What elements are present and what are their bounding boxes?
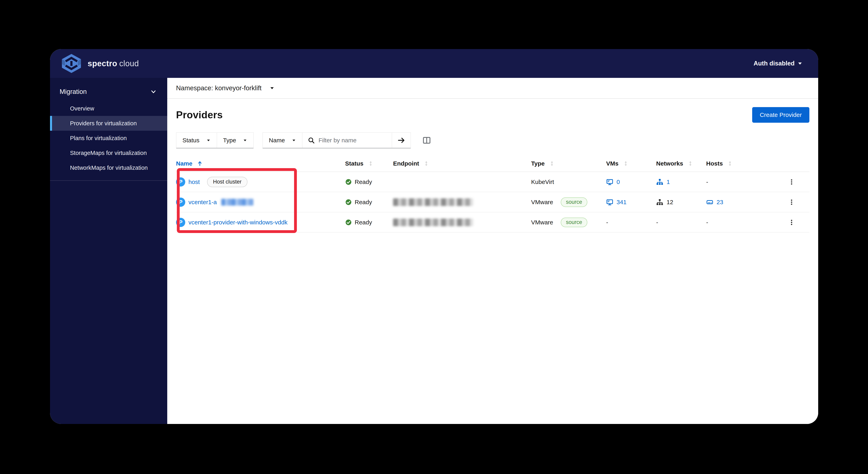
- brand-name-light: cloud: [119, 59, 139, 68]
- network-icon: [656, 199, 663, 206]
- brand-name-bold: spectro: [88, 59, 117, 68]
- vms-count-link[interactable]: 341: [617, 199, 626, 206]
- vms-cell: 0: [606, 178, 656, 185]
- vm-icon: [606, 178, 613, 185]
- create-provider-button[interactable]: Create Provider: [752, 107, 809, 123]
- column-label: Status: [345, 160, 364, 167]
- namespace-dropdown-caret-icon[interactable]: [271, 87, 274, 89]
- column-label: Endpoint: [393, 160, 419, 167]
- networks-cell: 12: [656, 199, 706, 206]
- caret-down-icon: [798, 62, 802, 64]
- type-filter-dropdown[interactable]: Type: [217, 133, 253, 148]
- status-text: Ready: [355, 179, 372, 185]
- sidebar-item-label: NetworkMaps for virtualization: [70, 165, 148, 171]
- sort-icon[interactable]: [623, 161, 628, 166]
- sort-icon[interactable]: [549, 161, 555, 166]
- search-icon: [308, 137, 315, 144]
- column-label: Name: [176, 160, 192, 167]
- sidebar-item-overview[interactable]: Overview: [50, 101, 167, 116]
- status-cell: Ready: [345, 219, 393, 226]
- column-header-status[interactable]: Status: [345, 160, 393, 167]
- name-filter-dropdown[interactable]: Name: [263, 133, 302, 148]
- column-label: Networks: [656, 160, 683, 167]
- sort-ascending-icon: [197, 160, 203, 167]
- networks-count-link[interactable]: 1: [666, 179, 670, 185]
- endpoint-cell: [393, 218, 531, 226]
- provider-icon: P: [176, 177, 185, 186]
- kebab-icon: [788, 199, 795, 206]
- sidebar-group-label: Migration: [60, 88, 87, 95]
- table-row-vcenter1: P vcenter1-a Ready: [176, 192, 809, 212]
- type-filter-label: Type: [223, 137, 236, 144]
- networks-value: -: [656, 219, 658, 226]
- status-ready-icon: [345, 219, 352, 226]
- sort-icon[interactable]: [687, 161, 693, 166]
- column-header-vms[interactable]: VMs: [606, 160, 656, 167]
- status-type-filter-group: Status Type: [176, 132, 254, 148]
- main-content: Namespace: konveyor-forklift Providers C…: [167, 78, 818, 424]
- type-text: VMware: [531, 219, 553, 226]
- chevron-down-icon: [151, 89, 156, 94]
- column-header-name[interactable]: Name: [176, 160, 345, 167]
- provider-link-host[interactable]: host: [188, 179, 200, 185]
- manage-columns-button[interactable]: [422, 136, 431, 145]
- sort-icon[interactable]: [727, 161, 733, 166]
- status-filter-dropdown[interactable]: Status: [177, 133, 217, 148]
- sidebar-item-plans-for-virtualization[interactable]: Plans for virtualization: [50, 131, 167, 146]
- host-cluster-badge: Host cluster: [207, 177, 248, 187]
- sidebar-item-providers-for-virtualization[interactable]: Providers for virtualization: [50, 116, 167, 131]
- name-cell: P vcenter1-a: [176, 198, 345, 207]
- hosts-value: -: [706, 219, 708, 226]
- actions-cell: [754, 177, 809, 187]
- hosts-value: -: [706, 179, 708, 185]
- hosts-cell: 23: [706, 199, 754, 206]
- status-text: Ready: [355, 199, 372, 206]
- provider-link-vcenter1-provider-with-windows-vddk[interactable]: vcenter1-provider-with-windows-vddk: [188, 219, 287, 226]
- sidebar-item-label: Overview: [70, 105, 94, 112]
- masthead: spectrocloud Auth disabled: [50, 49, 818, 78]
- vms-cell: -: [606, 219, 656, 226]
- sort-icon[interactable]: [424, 161, 429, 166]
- provider-icon: P: [176, 218, 185, 227]
- row-actions-kebab-menu[interactable]: [786, 197, 797, 207]
- status-ready-icon: [345, 199, 352, 206]
- redacted-endpoint-blur: [393, 218, 473, 226]
- filter-by-name-input[interactable]: [318, 137, 386, 144]
- name-search-group: Name: [262, 132, 411, 148]
- sidebar-divider: [50, 180, 167, 181]
- providers-table: Name Status: [176, 155, 809, 233]
- type-cell: VMware source: [531, 197, 606, 207]
- sidebar-item-label: Providers for virtualization: [70, 120, 137, 127]
- brand: spectrocloud: [60, 54, 139, 73]
- kebab-icon: [788, 219, 795, 226]
- namespace-bar: Namespace: konveyor-forklift: [167, 78, 818, 99]
- hosts-count-link[interactable]: 23: [717, 199, 723, 206]
- app-window: spectrocloud Auth disabled Migration Ove…: [50, 49, 818, 424]
- vms-cell: 341: [606, 199, 656, 206]
- actions-cell: [754, 197, 809, 207]
- status-filter-label: Status: [182, 137, 199, 144]
- column-header-networks[interactable]: Networks: [656, 160, 706, 167]
- provider-icon: P: [176, 198, 185, 207]
- type-cell: KubeVirt: [531, 179, 606, 185]
- row-actions-kebab-menu[interactable]: [786, 177, 797, 187]
- name-filter-label: Name: [269, 137, 285, 144]
- sidebar-group-migration[interactable]: Migration: [50, 83, 167, 101]
- auth-menu-dropdown[interactable]: Auth disabled: [753, 60, 802, 67]
- vms-count-link[interactable]: 0: [617, 179, 620, 185]
- sidebar-item-storagemaps-for-virtualization[interactable]: StorageMaps for virtualization: [50, 146, 167, 160]
- hosts-cell: -: [706, 179, 754, 185]
- row-actions-kebab-menu[interactable]: [786, 217, 797, 227]
- column-header-endpoint[interactable]: Endpoint: [393, 160, 531, 167]
- sort-icon[interactable]: [368, 161, 373, 166]
- name-cell: P host Host cluster: [176, 177, 345, 187]
- name-cell: P vcenter1-provider-with-windows-vddk: [176, 218, 345, 227]
- caret-down-icon: [292, 140, 295, 141]
- column-header-hosts[interactable]: Hosts: [706, 160, 754, 167]
- providers-page: Providers Create Provider Status Type: [167, 99, 818, 424]
- shell: Migration Overview Providers for virtual…: [50, 78, 818, 424]
- column-header-type[interactable]: Type: [531, 160, 606, 167]
- sidebar-item-networkmaps-for-virtualization[interactable]: NetworkMaps for virtualization: [50, 160, 167, 175]
- apply-filter-button[interactable]: [392, 133, 410, 148]
- provider-link-vcenter1[interactable]: vcenter1-a: [188, 199, 217, 206]
